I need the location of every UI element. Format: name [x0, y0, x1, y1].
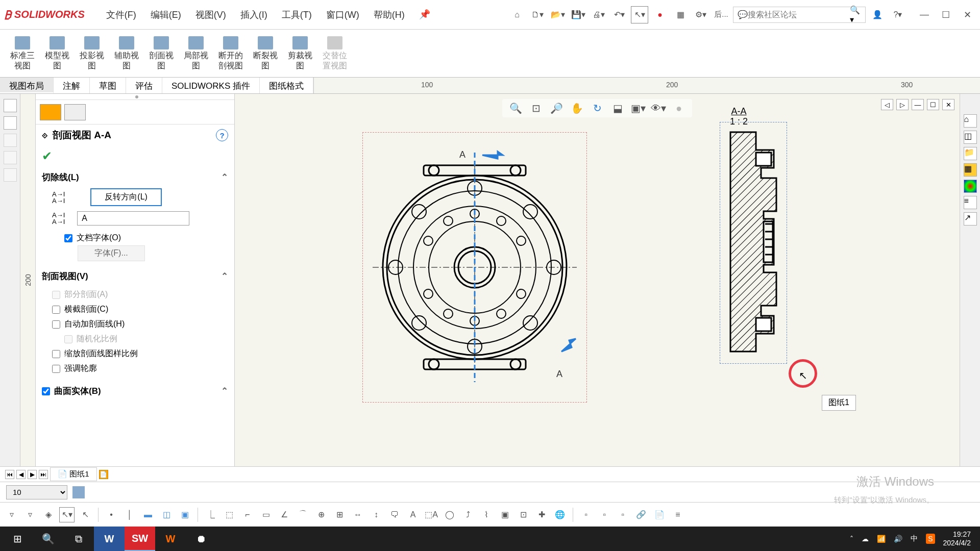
hide-show-icon[interactable]: 👁▾: [650, 101, 667, 115]
bt-filter2-icon[interactable]: ▿: [22, 507, 38, 522]
bt-block1-icon[interactable]: ▫: [578, 507, 594, 522]
taskview-icon[interactable]: ⧉: [63, 527, 94, 551]
drawing-canvas[interactable]: 🔍 ⊡ 🔎 ✋ ↻ ⬓ ▣▾ 👁▾ ● ◁ ▷ — ☐ ✕: [235, 94, 960, 466]
menu-insert[interactable]: 插入(I): [234, 6, 274, 24]
display-style-icon[interactable]: ▣▾: [630, 101, 646, 115]
surface-body-checkbox[interactable]: [42, 387, 50, 395]
font-button[interactable]: 字体(F)...: [78, 245, 145, 261]
tray-onedrive-icon[interactable]: ☁: [862, 535, 869, 543]
rail-cube-icon[interactable]: ◫: [964, 131, 977, 144]
zoom-prev-icon[interactable]: 🔎: [548, 101, 565, 115]
bt-arc-icon[interactable]: ⌒: [295, 507, 310, 522]
bt-filter-icon[interactable]: ▿: [4, 507, 19, 522]
taskbar-search-icon[interactable]: 🔍: [33, 527, 63, 551]
bt-edge-icon[interactable]: ⎿: [203, 507, 218, 522]
emphasis-checkbox[interactable]: [52, 365, 60, 373]
sheet-prev-icon[interactable]: ◀: [16, 470, 26, 479]
menu-window[interactable]: 窗口(W): [320, 6, 365, 24]
taskbar-wps-icon[interactable]: W: [155, 527, 186, 551]
taskbar-solidworks-icon[interactable]: SW: [125, 527, 155, 551]
flip-direction-button[interactable]: 反转方向(L): [90, 188, 162, 206]
save-icon[interactable]: 💾▾: [570, 6, 587, 23]
doc-font-checkbox[interactable]: [64, 234, 72, 242]
maximize-button[interactable]: ☐: [937, 6, 954, 23]
bt-face-icon[interactable]: ▬: [140, 507, 156, 522]
canvas-close-icon[interactable]: ✕: [942, 99, 954, 110]
rail-arrow-icon[interactable]: ↗: [964, 212, 977, 226]
ribbon-standard-3view[interactable]: 标准三 视图: [5, 33, 40, 74]
rail-dim3-icon[interactable]: [4, 168, 17, 182]
cross-section-checkbox[interactable]: [52, 306, 60, 314]
tray-sogou-icon[interactable]: S: [926, 534, 935, 544]
ribbon-model-view[interactable]: 模型视 图: [40, 33, 75, 74]
bt-block2-icon[interactable]: ▫: [597, 507, 612, 522]
open-icon[interactable]: 📂▾: [549, 6, 567, 23]
ribbon-projected-view[interactable]: 投影视 图: [75, 33, 109, 74]
sheet-first-icon[interactable]: ⏮: [5, 470, 14, 479]
bt-select-icon[interactable]: ↖▾: [59, 507, 75, 522]
menu-pin-icon[interactable]: 📌: [413, 6, 436, 24]
menu-file[interactable]: 文件(F): [100, 6, 142, 24]
bt-balloon-icon[interactable]: ◯: [442, 507, 457, 522]
bt-link-icon[interactable]: 🔗: [633, 507, 649, 522]
sheet-next-icon[interactable]: ▶: [28, 470, 37, 479]
tray-volume-icon[interactable]: 🔊: [894, 535, 902, 543]
taskbar-word-icon[interactable]: W: [94, 527, 125, 551]
ribbon-break-view[interactable]: 断裂视 图: [248, 33, 283, 74]
print-icon[interactable]: 🖨▾: [590, 6, 607, 23]
bt-layer-icon[interactable]: ◈: [41, 507, 56, 522]
bt-angle-icon[interactable]: ∠: [277, 507, 292, 522]
bt-textbox-icon[interactable]: A: [405, 507, 421, 522]
rail-color-icon[interactable]: [964, 180, 977, 193]
section-view-a-a[interactable]: [720, 122, 787, 364]
menu-help[interactable]: 帮助(H): [368, 6, 411, 24]
ribbon-auxiliary-view[interactable]: 辅助视 图: [109, 33, 144, 74]
bt-dim-icon[interactable]: ↔: [350, 507, 365, 522]
scale-select[interactable]: 10: [6, 485, 67, 499]
ribbon-detail-view[interactable]: 局部视 图: [179, 33, 213, 74]
canvas-next-icon[interactable]: ▷: [896, 99, 909, 110]
user-icon[interactable]: 👤: [869, 6, 886, 23]
start-button[interactable]: ⊞: [2, 527, 33, 551]
rail-dim2-icon[interactable]: [4, 151, 17, 164]
search-input[interactable]: [748, 10, 850, 19]
bt-weld-icon[interactable]: ⤴: [460, 507, 476, 522]
bt-rect-icon[interactable]: ▭: [258, 507, 274, 522]
scale-hatch-checkbox[interactable]: [52, 350, 60, 358]
tab-sketch[interactable]: 草图: [90, 78, 126, 93]
cutline-section-header[interactable]: 切除线(L)⌃: [42, 168, 228, 186]
sheet-last-icon[interactable]: ⏭: [39, 470, 48, 479]
accept-button[interactable]: ✔: [36, 146, 234, 166]
search-icon[interactable]: 🔍▾: [850, 5, 861, 24]
rotate-icon[interactable]: ↻: [589, 101, 605, 115]
zoom-fit-icon[interactable]: 🔍: [507, 101, 524, 115]
canvas-prev-icon[interactable]: ◁: [881, 99, 893, 110]
front-view[interactable]: A A: [368, 137, 582, 397]
bt-point-icon[interactable]: •: [104, 507, 119, 522]
bt-box-icon[interactable]: ◫: [159, 507, 174, 522]
rail-list-icon[interactable]: ≡: [964, 196, 977, 209]
appearance-icon[interactable]: ●: [671, 101, 687, 115]
bt-sf-icon[interactable]: ⌇: [479, 507, 494, 522]
bt-datum-icon[interactable]: ▣: [497, 507, 512, 522]
auto-hatch-checkbox[interactable]: [52, 320, 60, 329]
sheet-tab-1[interactable]: 📄 图纸1: [50, 467, 97, 481]
bt-stack-icon[interactable]: ≡: [670, 507, 685, 522]
select-icon[interactable]: ↖▾: [631, 6, 648, 23]
section-icon[interactable]: ⬓: [609, 101, 626, 115]
settings-icon[interactable]: ⚙▾: [692, 6, 709, 23]
overflow-label[interactable]: 后...: [713, 6, 730, 23]
bt-target-icon[interactable]: ⊕: [313, 507, 329, 522]
options-grid-icon[interactable]: ▦: [672, 6, 689, 23]
tab-view-layout[interactable]: 视图布局: [0, 78, 54, 93]
bt-solid-icon[interactable]: ▣: [177, 507, 192, 522]
rail-a2-icon[interactable]: [4, 116, 17, 130]
rail-palette-icon[interactable]: ▦: [964, 163, 977, 177]
bt-corner-icon[interactable]: ⌐: [240, 507, 255, 522]
bt-plane-icon[interactable]: ⬚: [222, 507, 237, 522]
bt-block3-icon[interactable]: ▫: [615, 507, 630, 522]
taskbar-recorder-icon[interactable]: ⏺: [186, 527, 216, 551]
rail-a-icon[interactable]: [4, 99, 17, 112]
minimize-button[interactable]: —: [916, 6, 933, 23]
bt-globe-icon[interactable]: 🌐: [552, 507, 568, 522]
